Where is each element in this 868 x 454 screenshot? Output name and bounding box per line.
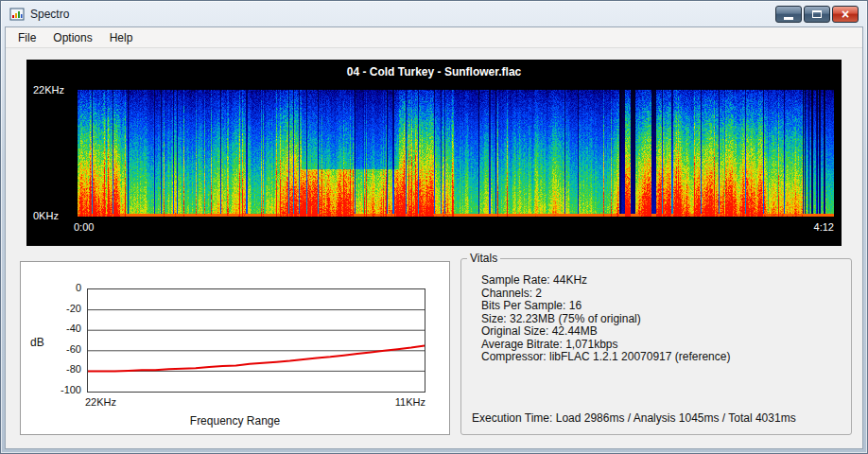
x-axis-label: Frequency Range xyxy=(21,414,449,428)
track-title: 04 - Cold Turkey - Sunflower.flac xyxy=(26,65,842,79)
time-axis-end-label: 4:12 xyxy=(814,221,834,233)
freq-axis-top-label: 22KHz xyxy=(33,84,64,96)
rolloff-plot-svg xyxy=(88,289,425,392)
y-tick-3: -60 xyxy=(53,343,81,355)
y-tick-4: -80 xyxy=(53,363,81,375)
execution-time: Execution Time: Load 2986ms / Analysis 1… xyxy=(472,411,796,425)
spectro-window: Spectro × File Options Help 04 - Cold Tu… xyxy=(0,0,868,454)
vitals-title: Vitals xyxy=(467,252,500,265)
spectrogram-panel: 04 - Cold Turkey - Sunflower.flac 22KHz … xyxy=(26,60,842,246)
vitals-channels: Channels: 2 xyxy=(481,288,845,301)
y-tick-2: -40 xyxy=(53,323,81,334)
y-tick-5: -100 xyxy=(53,384,81,395)
vitals-compressor: Compressor: libFLAC 1.2.1 20070917 (refe… xyxy=(481,351,845,364)
menu-file[interactable]: File xyxy=(9,28,44,47)
vitals-lines: Sample Rate: 44KHz Channels: 2 Bits Per … xyxy=(461,265,851,364)
minimize-button[interactable] xyxy=(775,6,802,23)
menubar: File Options Help xyxy=(6,27,862,48)
maximize-button[interactable] xyxy=(804,6,830,23)
vitals-sample-rate: Sample Rate: 44KHz xyxy=(481,274,845,288)
vitals-size: Size: 32.23MB (75% of original) xyxy=(481,313,845,326)
spectrogram-canvas xyxy=(78,90,834,217)
y-tick-1: -20 xyxy=(53,303,81,314)
y-axis-label: dB xyxy=(30,336,44,349)
vitals-groupbox: Vitals Sample Rate: 44KHz Channels: 2 Bi… xyxy=(460,252,852,435)
x-tick-right: 11KHz xyxy=(382,396,425,408)
vitals-average-bitrate: Average Bitrate: 1,071kbps xyxy=(481,339,845,352)
y-tick-0: 0 xyxy=(53,282,81,293)
vitals-original-size: Original Size: 42.44MB xyxy=(481,325,845,339)
x-tick-left: 22KHz xyxy=(85,396,116,408)
time-axis-start-label: 0:00 xyxy=(74,221,94,233)
menu-help[interactable]: Help xyxy=(101,28,142,47)
window-title: Spectro xyxy=(30,8,69,21)
vitals-bits-per-sample: Bits Per Sample: 16 xyxy=(481,300,845,313)
client-area: 04 - Cold Turkey - Sunflower.flac 22KHz … xyxy=(6,48,862,448)
menu-options[interactable]: Options xyxy=(44,28,100,47)
window-controls: × xyxy=(775,6,859,23)
close-button[interactable]: × xyxy=(832,6,859,23)
rolloff-chart-panel: dB 0 -20 -40 -60 -80 -100 22KHz 11KHz Fr… xyxy=(20,261,450,435)
close-icon: × xyxy=(842,8,849,21)
titlebar[interactable]: Spectro × xyxy=(1,1,867,26)
rolloff-plot xyxy=(87,288,425,393)
app-icon xyxy=(9,7,25,22)
freq-axis-bottom-label: 0KHz xyxy=(33,210,59,221)
maximize-icon xyxy=(812,10,822,18)
minimize-icon xyxy=(784,17,793,20)
window-body: File Options Help 04 - Cold Turkey - Sun… xyxy=(5,26,863,449)
